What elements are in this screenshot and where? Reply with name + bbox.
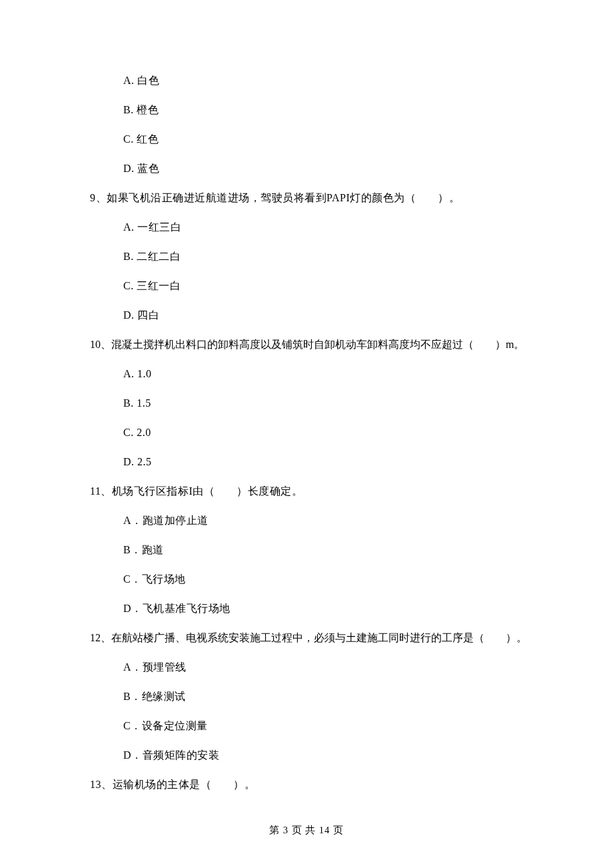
- option-text: 跑道加停止道: [143, 515, 209, 526]
- q11-stem: 11、机场飞行区指标I由（ ）长度确定。: [90, 486, 533, 497]
- q13-stem: 13、运输机场的主体是（ ）。: [90, 779, 533, 790]
- option-label: D．: [123, 603, 143, 614]
- q8-option-C: C. 红色: [123, 134, 533, 145]
- page: A. 白色 B. 橙色 C. 红色 D. 蓝色 9、如果飞机沿正确进近航道进场，…: [0, 0, 613, 868]
- option-text: 白色: [137, 75, 159, 86]
- option-label: B.: [123, 251, 134, 262]
- option-label: D.: [123, 163, 135, 174]
- option-label: C．: [123, 574, 142, 585]
- option-text: 音频矩阵的安装: [143, 750, 220, 761]
- q12-option-C: C．设备定位测量: [123, 721, 533, 731]
- option-label: D．: [123, 750, 143, 761]
- option-text: 1.5: [137, 398, 151, 409]
- q9-stem: 9、如果飞机沿正确进近航道进场，驾驶员将看到PAPI灯的颜色为（ ）。: [90, 193, 533, 203]
- q9-option-D: D. 四白: [123, 310, 533, 321]
- q9-option-C: C. 三红一白: [123, 281, 533, 291]
- option-label: B.: [123, 398, 134, 409]
- q8-option-D: D. 蓝色: [123, 163, 533, 174]
- option-label: D.: [123, 310, 135, 321]
- q10-option-D: D. 2.5: [123, 457, 533, 467]
- q10-option-A: A. 1.0: [123, 369, 533, 379]
- q12-option-B: B．绝缘测试: [123, 691, 533, 702]
- q12-option-A: A．预埋管线: [123, 662, 533, 673]
- option-text: 红色: [137, 134, 159, 145]
- option-text: 蓝色: [137, 163, 159, 174]
- option-text: 三红一白: [137, 281, 181, 291]
- option-label: C.: [123, 134, 134, 145]
- option-label: A.: [123, 75, 135, 86]
- option-text: 2.5: [137, 457, 152, 467]
- option-text: 跑道: [142, 545, 164, 555]
- option-label: A．: [123, 662, 143, 673]
- option-text: 橙色: [137, 105, 159, 115]
- q11-option-D: D．飞机基准飞行场地: [123, 603, 533, 614]
- q11-option-A: A．跑道加停止道: [123, 515, 533, 526]
- q9-option-A: A. 一红三白: [123, 222, 533, 233]
- option-label: C.: [123, 427, 134, 438]
- q11-option-B: B．跑道: [123, 545, 533, 555]
- option-label: A.: [123, 222, 135, 233]
- q8-option-B: B. 橙色: [123, 105, 533, 115]
- option-text: 1.0: [137, 369, 152, 379]
- option-text: 绝缘测试: [142, 691, 186, 702]
- option-text: 预埋管线: [143, 662, 187, 673]
- option-label: C．: [123, 721, 142, 731]
- q11-option-C: C．飞行场地: [123, 574, 533, 585]
- option-text: 四白: [137, 310, 159, 321]
- option-label: A.: [123, 369, 135, 379]
- option-text: 飞行场地: [142, 574, 186, 585]
- option-text: 设备定位测量: [142, 721, 208, 731]
- option-label: B．: [123, 691, 142, 702]
- q10-option-B: B. 1.5: [123, 398, 533, 409]
- option-text: 一红三白: [137, 222, 181, 233]
- option-text: 2.0: [137, 427, 151, 438]
- q12-option-D: D．音频矩阵的安装: [123, 750, 533, 761]
- option-label: B．: [123, 545, 142, 555]
- page-footer: 第 3 页 共 14 页: [0, 825, 613, 835]
- option-label: D.: [123, 457, 135, 467]
- option-label: B.: [123, 105, 134, 115]
- q10-stem: 10、混凝土搅拌机出料口的卸料高度以及铺筑时自卸机动车卸料高度均不应超过（ ）m…: [90, 339, 533, 350]
- option-label: C.: [123, 281, 134, 291]
- q9-option-B: B. 二红二白: [123, 251, 533, 262]
- q10-option-C: C. 2.0: [123, 427, 533, 438]
- option-label: A．: [123, 515, 143, 526]
- option-text: 飞机基准飞行场地: [143, 603, 231, 614]
- q8-option-A: A. 白色: [123, 75, 533, 86]
- option-text: 二红二白: [137, 251, 181, 262]
- q12-stem: 12、在航站楼广播、电视系统安装施工过程中，必须与土建施工同时进行的工序是（ ）…: [90, 633, 533, 643]
